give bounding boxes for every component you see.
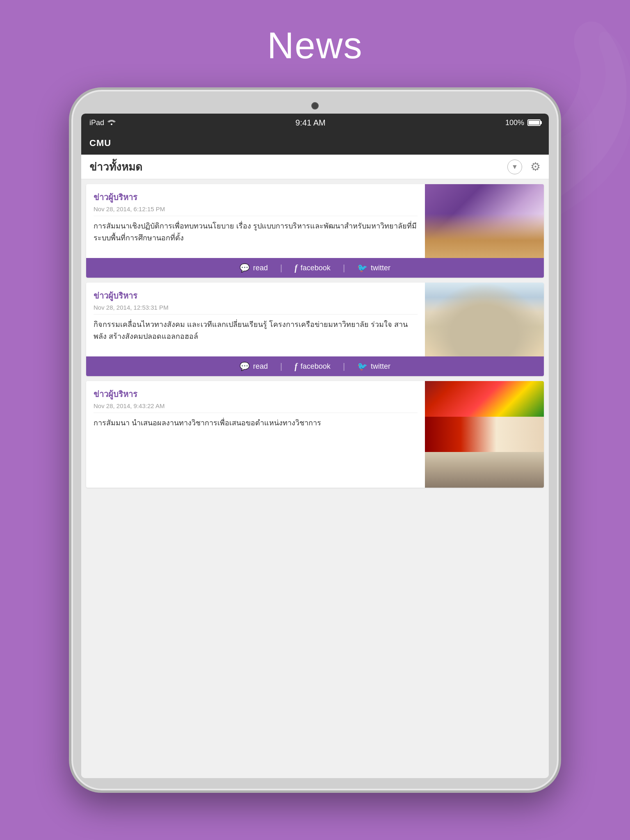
device-name: iPad [89,119,104,127]
news-2-twitter-button[interactable]: 🐦 twitter [345,361,403,371]
news-2-body: กิจกรรมเคลื่อนไหวทางสังคม และเวทีแลกเปลี… [94,319,418,342]
nav-bar: ข่าวทั้งหมด ▼ ⚙ [81,155,549,179]
status-right: 100% [505,119,541,127]
news-card-1-text: ข่าวผู้บริหาร Nov 28, 2014, 6:12:15 PM ก… [86,184,425,258]
battery-percent: 100% [505,119,524,127]
facebook-label-1: facebook [301,264,331,272]
news-2-category: ข่าวผู้บริหาร [94,289,418,302]
news-3-date: Nov 28, 2014, 9:43:22 AM [94,402,418,413]
read-icon: 💬 [240,263,250,273]
nav-right: ▼ ⚙ [507,160,541,174]
news-card-3-text: ข่าวผู้บริหาร Nov 28, 2014, 9:43:22 AM ก… [86,381,425,488]
news-3-image-top [425,381,544,417]
read-icon-2: 💬 [240,361,250,371]
news-3-image-bot [425,452,544,488]
news-card-1-body: ข่าวผู้บริหาร Nov 28, 2014, 6:12:15 PM ก… [86,184,544,258]
twitter-label-2: twitter [371,362,390,371]
news-3-body: การสัมมนา นำเสนอผลงานทางวิชาการเพื่อเสนอ… [94,417,418,429]
news-1-image [425,184,544,258]
status-left: iPad [89,119,116,127]
read-label-2: read [253,362,268,371]
news-card-2-body: ข่าวผู้บริหาร Nov 28, 2014, 12:53:31 PM … [86,283,544,356]
news-card-2-text: ข่าวผู้บริหาร Nov 28, 2014, 12:53:31 PM … [86,283,425,356]
news-card-3-body: ข่าวผู้บริหาร Nov 28, 2014, 9:43:22 AM ก… [86,381,544,488]
front-camera [311,102,319,110]
twitter-label-1: twitter [371,264,390,272]
news-1-twitter-button[interactable]: 🐦 twitter [345,263,403,273]
status-bar: iPad 9:41 AM 100% [81,114,549,132]
ipad-frame: iPad 9:41 AM 100% CMU [69,87,561,793]
filter-button[interactable]: ▼ [507,160,522,174]
app-header: CMU [81,132,549,155]
news-1-category: ข่าวผู้บริหาร [94,191,418,204]
news-card-3: ข่าวผู้บริหาร Nov 28, 2014, 9:43:22 AM ก… [86,381,544,488]
battery-icon [527,119,541,126]
news-1-body: การสัมมนาเชิงปฏิบัติการเพื่อทบทวนนโยบาย … [94,220,418,244]
facebook-icon-2: f [294,362,297,371]
cmu-logo[interactable]: CMU [89,138,111,148]
news-2-facebook-button[interactable]: f facebook [282,362,343,371]
status-time: 9:41 AM [295,118,325,128]
page-title: News [267,25,363,67]
cmu-logo-text: CMU [89,138,111,148]
news-card-2: ข่าวผู้บริหาร Nov 28, 2014, 12:53:31 PM … [86,283,544,376]
news-1-read-button[interactable]: 💬 read [227,263,280,273]
nav-title: ข่าวทั้งหมด [89,158,142,175]
news-1-date: Nov 28, 2014, 6:12:15 PM [94,205,418,216]
ipad-screen: iPad 9:41 AM 100% CMU [81,114,549,778]
facebook-label-2: facebook [301,362,331,371]
settings-button[interactable]: ⚙ [530,160,541,173]
news-2-action-bar: 💬 read | f facebook | 🐦 twitter [86,356,544,376]
news-2-read-button[interactable]: 💬 read [227,361,280,371]
read-label: read [253,264,268,272]
news-2-image [425,283,544,356]
twitter-icon-1: 🐦 [357,263,368,273]
news-3-image-mid [425,417,544,452]
twitter-icon-2: 🐦 [357,361,368,371]
news-2-date: Nov 28, 2014, 12:53:31 PM [94,304,418,315]
content-area: ข่าวผู้บริหาร Nov 28, 2014, 6:12:15 PM ก… [81,179,549,778]
wifi-icon [107,119,116,127]
news-3-image [425,381,544,488]
news-1-action-bar: 💬 read | f facebook | 🐦 twitter [86,258,544,278]
news-1-facebook-button[interactable]: f facebook [282,263,343,273]
facebook-icon-1: f [294,263,297,273]
news-3-category: ข่าวผู้บริหาร [94,388,418,401]
news-card-1: ข่าวผู้บริหาร Nov 28, 2014, 6:12:15 PM ก… [86,184,544,278]
